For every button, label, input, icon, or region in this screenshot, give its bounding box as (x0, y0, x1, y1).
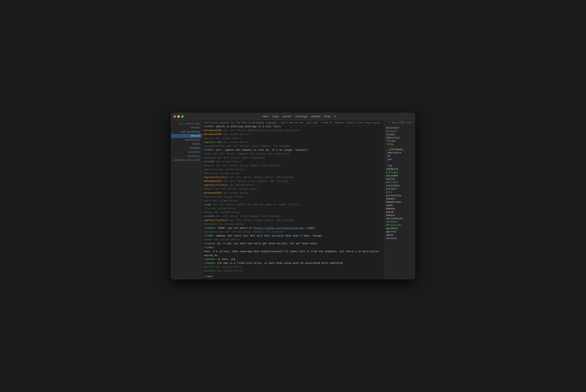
system-msg: changedtest101 has left ##rust (Ping tim… (204, 144, 291, 148)
users-header: 1 op & 1033 users (384, 120, 415, 126)
system-msg: RoKenn has joined ##rust (204, 172, 240, 176)
user-kalisto[interactable]: [Kalisto] (384, 136, 415, 140)
msg-4: mohammad5305 has joined ##rust (204, 132, 382, 136)
msg-text: TimMc: you are aware of https://crates.i… (217, 226, 315, 230)
user-vi[interactable]: _Vi (384, 154, 415, 158)
menu-nhex[interactable]: nhex (263, 115, 269, 118)
user-code[interactable]: [code] (384, 133, 415, 136)
sidebar-item-webdev[interactable]: #webdev (171, 146, 202, 150)
sidebar-item-programming[interactable]: ##programming (171, 130, 202, 134)
sidebar-item-libera[interactable]: irc.libera.chat (171, 122, 202, 126)
user-a-dragon[interactable]: A_Dragon (384, 171, 415, 174)
nick: <lambda> (204, 261, 217, 265)
msg-18: RoKenn has left ##rust (Client Quit) (204, 187, 382, 191)
user-adrianheine[interactable]: adrianheine (384, 217, 415, 220)
user-nderscore[interactable]: _nderscore (384, 151, 415, 154)
msg-text: the map is a fixed-size array, so each e… (217, 261, 343, 265)
msg-text: (which is ensuring coverage in a unit te… (216, 126, 281, 128)
system-msg: mohammad5305 has joined ##rust (204, 132, 249, 136)
system-msg: miaoxiao has joined ##rust (204, 195, 243, 199)
nick: <lambda> (204, 242, 217, 246)
user-acolarh[interactable]: acolarh (384, 187, 415, 190)
system-msg: mohammad5305 has joined ##rust (204, 191, 249, 195)
user-acetakwas[interactable]: __acetakwas__ (384, 148, 415, 151)
menu-view[interactable]: view (272, 115, 278, 118)
user-acro[interactable]: acro (384, 190, 415, 194)
system-msg: segfaultfizzbuzz has left ##rust (Ping t… (204, 176, 294, 179)
system-msg: RoKenn has left ##rust (Client Quit) (204, 187, 258, 191)
topic-bar: Unofficial channel for the Rust programm… (202, 120, 384, 126)
user-adamhorden[interactable]: AdamHorden (384, 200, 415, 204)
user-achilleas[interactable]: achilleas (384, 184, 415, 187)
msg-27: Den4ikRus has joined ##rust (204, 222, 382, 226)
user-6t8k[interactable]: ^6t8k (384, 143, 415, 146)
user-affliction[interactable]: Affliction (384, 224, 415, 227)
brightness-icon[interactable]: ☀ (334, 115, 336, 118)
user-ace7k3[interactable]: ace7k3 (384, 178, 415, 181)
user-agrorec[interactable]: agrorec (384, 230, 415, 234)
users-panel: 1 op & 1033 users @ChanServ [0x1eef] [co… (384, 120, 415, 279)
main-window: nhex view server settings window help ☀ … (171, 113, 415, 279)
system-msg: RoKenn has joined ##rust (204, 210, 240, 214)
user-crow[interactable]: \\Crow` (384, 140, 415, 143)
msg-28: <lambda> TimMc: you are aware of https:/… (204, 226, 382, 230)
menu-help[interactable]: help (324, 115, 330, 118)
user-chanserv[interactable]: @ChanServ (384, 126, 415, 130)
msg-26: segfaultfizzbuzz has left ##rust (Ping t… (204, 218, 382, 222)
sidebar-item-archlinux[interactable]: #archlinux (171, 138, 202, 142)
system-msg: oopzzozzo has joined ##rust (204, 168, 245, 172)
system-msg: JordiGH has joined ##rust (204, 160, 241, 164)
menu-server[interactable]: server (282, 115, 291, 118)
system-msg: mesuutt has joined ##rust (204, 136, 241, 140)
user-xor[interactable]: _xor (384, 158, 415, 161)
system-msg: `Tim has joined ##rust (204, 207, 237, 210)
user-tim-tick[interactable]: `Tim (384, 164, 415, 168)
user-aaronm04[interactable]: aaronm04 (384, 174, 415, 178)
msg-37: BlackDex has joined ##rust (204, 269, 382, 273)
crates-link[interactable]: https://crates.io/crates/enum-map, (253, 226, 305, 230)
system-msg: mcoffin has joined ##rust (204, 265, 241, 269)
sidebar-item-nhex[interactable]: #nhex (171, 142, 202, 146)
user-adium[interactable]: adium (384, 210, 415, 214)
user-ahoka[interactable]: ahoka (384, 234, 415, 237)
user-aeltheos[interactable]: aeltheos (384, 220, 415, 224)
msg-17: segfaultfizzbuzz has joined ##rust (204, 183, 382, 187)
sidebar-item-chat[interactable]: ##chat (171, 126, 202, 130)
user-adam12[interactable]: adam12 (384, 197, 415, 200)
msg-29: oopzzozzo has left ##rust (Ping timeout:… (204, 230, 382, 234)
msg-3: mohammad5305 has left ##rust (Remote hos… (204, 128, 382, 132)
msg-23: `Tim has joined ##rust (204, 207, 382, 210)
msg-15: segfaultfizzbuzz has left ##rust (Ping t… (204, 176, 382, 179)
system-msg: tromp has left ##rust (Quit: My iMac has… (204, 203, 300, 207)
sidebar-item-cadmium[interactable]: cadmium.libera.chat (171, 158, 202, 162)
minimize-button[interactable] (177, 115, 180, 118)
msg-8: <TimMc> (err, ignore the comment on line… (204, 148, 382, 152)
nick: <TimMc> (204, 246, 216, 250)
msg-9: rk102 has left ##rust (Remote host close… (204, 152, 382, 156)
close-button[interactable] (173, 115, 176, 118)
user-aivion3[interactable]: aivion3 (384, 237, 415, 240)
menu-window[interactable]: window (311, 115, 321, 118)
msg-text: lambda: Not until now! Not sure this act… (216, 234, 323, 238)
msg-text: (err, ignore the comment on line 15, it'… (216, 148, 308, 152)
msg-22: tromp has left ##rust (Quit: My iMac has… (204, 203, 382, 207)
menu-settings[interactable]: settings (295, 115, 307, 118)
msg-7: changedtest101 has left ##rust (Ping tim… (204, 144, 382, 148)
chat-input-area[interactable] (202, 274, 384, 279)
user-dot[interactable]: `. (384, 161, 415, 164)
user-a2800276[interactable]: a2800276 (384, 168, 415, 171)
user-ademan[interactable]: Ademan (384, 207, 415, 210)
user-actioninja[interactable]: actioninja (384, 194, 415, 197)
sidebar-item-chanserv[interactable]: ChanServ (171, 150, 202, 154)
user-0x1eef[interactable]: [0x1eef] (384, 130, 415, 133)
msg-text: it does, yes (217, 258, 235, 261)
user-adder[interactable]: adder (384, 204, 415, 207)
maximize-button[interactable] (181, 115, 184, 118)
nick: <lambda> (204, 258, 217, 261)
user-agrmohit[interactable]: agrmohit (384, 227, 415, 230)
chat-input[interactable] (204, 275, 382, 278)
user-acfromtx[interactable]: ACfromTX (384, 181, 415, 184)
sidebar-item-rust[interactable]: ##rust (171, 134, 202, 138)
user-admin1[interactable]: admin1 (384, 214, 415, 217)
sidebar-item-nickserv[interactable]: NickServ (171, 154, 202, 158)
